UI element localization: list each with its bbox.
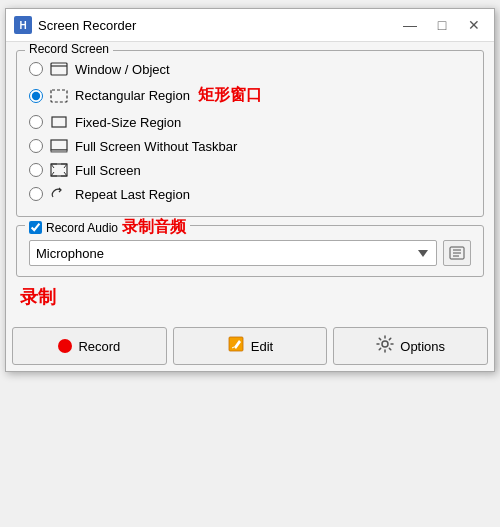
close-button[interactable]: ✕ bbox=[462, 15, 486, 35]
option-full-screen-no-taskbar-label: Full Screen Without Taskbar bbox=[75, 139, 237, 154]
radio-rectangular-region[interactable] bbox=[29, 89, 43, 103]
record-audio-checkbox[interactable] bbox=[29, 221, 42, 234]
option-rectangular-region[interactable]: Rectangular Region 矩形窗口 bbox=[29, 81, 471, 110]
svg-rect-5 bbox=[51, 150, 67, 152]
svg-rect-4 bbox=[51, 140, 67, 150]
option-fixed-size-label: Fixed-Size Region bbox=[75, 115, 181, 130]
edit-button-label: Edit bbox=[251, 339, 273, 354]
window-object-icon bbox=[49, 61, 69, 77]
app-icon: H bbox=[14, 16, 32, 34]
option-full-screen-label: Full Screen bbox=[75, 163, 141, 178]
record-screen-group: Record Screen Window / Object bbox=[16, 50, 484, 217]
svg-rect-6 bbox=[51, 164, 67, 176]
option-full-screen-no-taskbar[interactable]: Full Screen Without Taskbar bbox=[29, 134, 471, 158]
option-repeat-last-label: Repeat Last Region bbox=[75, 187, 190, 202]
record-button-label: Record bbox=[78, 339, 120, 354]
gear-icon bbox=[376, 335, 394, 357]
maximize-button[interactable]: □ bbox=[430, 15, 454, 35]
rectangular-region-cn-label: 矩形窗口 bbox=[198, 85, 262, 106]
rectangular-region-icon bbox=[49, 88, 69, 104]
audio-settings-button[interactable] bbox=[443, 240, 471, 266]
option-window-object-label: Window / Object bbox=[75, 62, 170, 77]
record-audio-cn-label: 录制音频 bbox=[122, 217, 186, 238]
option-repeat-last[interactable]: Repeat Last Region bbox=[29, 182, 471, 206]
fixed-size-icon bbox=[49, 114, 69, 130]
svg-rect-0 bbox=[51, 63, 67, 75]
radio-full-screen[interactable] bbox=[29, 163, 43, 177]
svg-rect-3 bbox=[52, 117, 66, 127]
window-controls: — □ ✕ bbox=[398, 15, 486, 35]
microphone-row: Microphone bbox=[29, 240, 471, 266]
radio-repeat-last[interactable] bbox=[29, 187, 43, 201]
record-dot-icon bbox=[58, 339, 72, 353]
minimize-button[interactable]: — bbox=[398, 15, 422, 35]
content-area: Record Screen Window / Object bbox=[6, 42, 494, 323]
svg-rect-2 bbox=[51, 90, 67, 102]
option-rectangular-region-label: Rectangular Region bbox=[75, 88, 190, 103]
record-audio-text: Record Audio bbox=[46, 221, 118, 235]
svg-point-14 bbox=[382, 341, 388, 347]
title-bar: H Screen Recorder — □ ✕ bbox=[6, 9, 494, 42]
edit-icon bbox=[227, 335, 245, 357]
option-full-screen[interactable]: Full Screen bbox=[29, 158, 471, 182]
bottom-bar: Record Edit Options bbox=[6, 323, 494, 371]
window-title: Screen Recorder bbox=[38, 18, 398, 33]
radio-window-object[interactable] bbox=[29, 62, 43, 76]
option-window-object[interactable]: Window / Object bbox=[29, 57, 471, 81]
radio-full-screen-no-taskbar[interactable] bbox=[29, 139, 43, 153]
record-screen-label: Record Screen bbox=[25, 42, 113, 56]
audio-settings-icon bbox=[449, 245, 465, 261]
record-audio-group: Record Audio 录制音频 Microphone bbox=[16, 225, 484, 277]
options-button[interactable]: Options bbox=[333, 327, 488, 365]
microphone-select[interactable]: Microphone bbox=[29, 240, 437, 266]
full-screen-icon bbox=[49, 162, 69, 178]
options-button-label: Options bbox=[400, 339, 445, 354]
option-fixed-size[interactable]: Fixed-Size Region bbox=[29, 110, 471, 134]
no-taskbar-icon bbox=[49, 138, 69, 154]
repeat-last-icon bbox=[49, 186, 69, 202]
radio-fixed-size[interactable] bbox=[29, 115, 43, 129]
audio-label-row: Record Audio 录制音频 bbox=[25, 217, 190, 238]
screen-recorder-window: H Screen Recorder — □ ✕ Record Screen Wi… bbox=[5, 8, 495, 372]
record-cn-standalone-label: 录制 bbox=[16, 283, 484, 313]
edit-button[interactable]: Edit bbox=[173, 327, 328, 365]
record-button[interactable]: Record bbox=[12, 327, 167, 365]
